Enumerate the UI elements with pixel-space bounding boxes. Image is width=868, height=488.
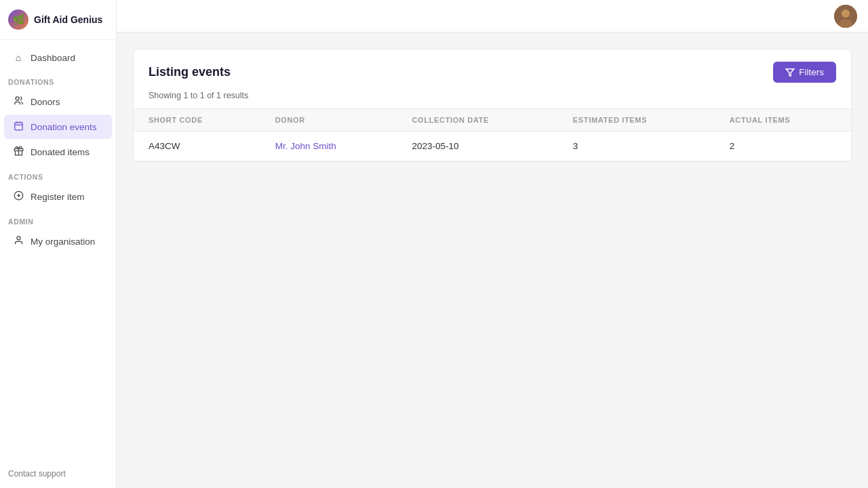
sidebar-item-donors[interactable]: Donors [4,89,112,114]
calendar-icon [12,121,24,133]
main-content: Listing events Filters Showing 1 to 1 of… [117,0,868,488]
col-header-estimated-items: ESTIMATED ITEMS [558,109,715,131]
donations-section-label: DONATIONS [0,70,116,89]
home-icon: ⌂ [12,52,24,63]
cell-collection-date: 2023-05-10 [397,131,558,161]
contact-support-link[interactable]: Contact support [0,460,116,488]
sidebar: 🌿 Gift Aid Genius ⌂ Dashboard DONATIONS … [0,0,117,488]
content-area: Listing events Filters Showing 1 to 1 of… [117,33,868,488]
table-header-row: SHORT CODE DONOR COLLECTION DATE ESTIMAT… [134,109,851,131]
logo-area: 🌿 Gift Aid Genius [0,0,116,40]
col-header-actual-items: ACTUAL ITEMS [715,109,851,131]
sidebar-item-register-item[interactable]: Register item [4,184,112,209]
svg-marker-14 [786,68,794,76]
sidebar-item-my-org-label: My organisation [31,237,95,247]
sidebar-item-donation-events[interactable]: Donation events [4,115,112,139]
app-logo-icon: 🌿 [8,9,28,30]
sidebar-item-register-label: Register item [31,192,85,202]
col-header-short-code: SHORT CODE [134,109,260,131]
gift-icon [12,146,24,158]
topbar [117,0,868,33]
organisation-icon [12,235,24,247]
sidebar-item-donated-items-label: Donated items [31,147,90,157]
donors-icon [12,96,24,108]
events-table: SHORT CODE DONOR COLLECTION DATE ESTIMAT… [134,108,851,161]
table-body: A43CW Mr. John Smith 2023-05-10 3 2 [134,131,851,161]
cell-short-code: A43CW [134,131,260,161]
sidebar-item-donated-items[interactable]: Donated items [4,140,112,164]
cell-actual-items: 2 [715,131,851,161]
admin-section-label: ADMIN [0,209,116,228]
results-count: Showing 1 to 1 of 1 results [134,91,851,108]
table-row[interactable]: A43CW Mr. John Smith 2023-05-10 3 2 [134,131,851,161]
sidebar-item-dashboard[interactable]: ⌂ Dashboard [4,46,112,69]
svg-point-12 [842,9,850,18]
card-header: Listing events Filters [134,49,851,91]
sidebar-item-donors-label: Donors [31,97,60,107]
sidebar-item-my-organisation[interactable]: My organisation [4,229,112,253]
cell-donor: Mr. John Smith [260,131,397,161]
svg-point-0 [16,97,19,100]
col-header-donor: DONOR [260,109,397,131]
cell-estimated-items: 3 [558,131,715,161]
svg-point-10 [17,237,20,240]
sidebar-item-donation-events-label: Donation events [31,122,97,132]
user-avatar[interactable] [834,5,857,28]
sidebar-nav: ⌂ Dashboard DONATIONS Donors Donation ev… [0,40,116,460]
col-header-collection-date: COLLECTION DATE [397,109,558,131]
page-title: Listing events [149,65,231,79]
filter-icon [785,68,795,77]
svg-rect-1 [14,123,22,130]
app-title: Gift Aid Genius [34,14,102,25]
sidebar-item-dashboard-label: Dashboard [31,53,75,63]
content-card: Listing events Filters Showing 1 to 1 of… [133,49,852,162]
actions-section-label: ACTIONS [0,165,116,184]
filters-button[interactable]: Filters [773,62,836,83]
register-icon [12,190,24,203]
filters-button-label: Filters [799,67,824,77]
